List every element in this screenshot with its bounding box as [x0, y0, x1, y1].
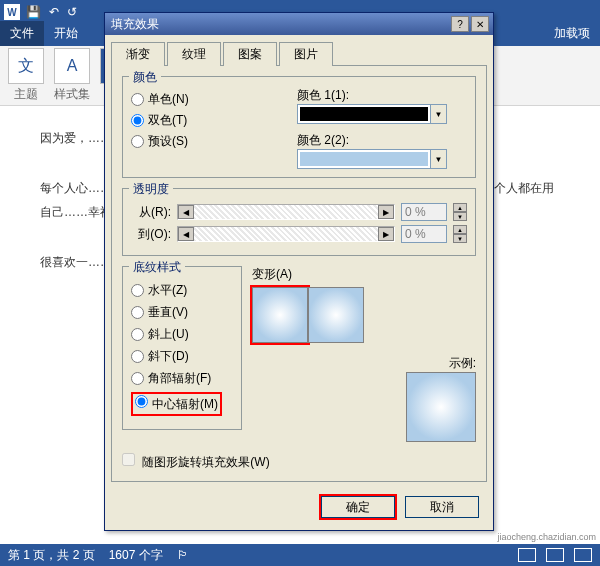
- rotate-checkbox: [122, 453, 135, 466]
- tab-gradient[interactable]: 渐变: [111, 42, 165, 66]
- colors-legend: 颜色: [129, 69, 161, 86]
- dialog-titlebar[interactable]: 填充效果 ? ✕: [105, 13, 493, 35]
- color2-combo[interactable]: ▼: [297, 149, 447, 169]
- transparency-fieldset: 透明度 从(R): ◀▶ 0 % ▲▼ 到(O): ◀▶ 0 % ▲▼: [122, 188, 476, 256]
- status-lang-icon[interactable]: 🏳: [177, 548, 189, 562]
- to-slider[interactable]: ◀▶: [177, 226, 395, 242]
- radio-preset[interactable]: [131, 135, 144, 148]
- dialog-body: 颜色 单色(N) 双色(T) 预设(S) 颜色 1(1): ▼ 颜色 2(2):: [111, 65, 487, 482]
- radio-vertical[interactable]: [131, 306, 144, 319]
- dialog-title: 填充效果: [109, 16, 449, 33]
- tab-addins[interactable]: 加载项: [544, 21, 600, 46]
- to-spinner[interactable]: ▲▼: [453, 225, 467, 243]
- variant-2[interactable]: [308, 287, 364, 343]
- radio-corner[interactable]: [131, 372, 144, 385]
- redo-icon[interactable]: ↺: [67, 5, 77, 19]
- cancel-button[interactable]: 取消: [405, 496, 479, 518]
- variant-1[interactable]: [252, 287, 308, 343]
- undo-icon[interactable]: ↶: [49, 5, 59, 19]
- radio-one-color[interactable]: [131, 93, 144, 106]
- view-read-icon[interactable]: [518, 548, 536, 562]
- theme-icon: 文: [8, 48, 44, 84]
- close-button[interactable]: ✕: [471, 16, 489, 32]
- ribbon-group-theme[interactable]: 文 主题: [8, 48, 44, 103]
- arrow-down-icon: ▼: [453, 234, 467, 243]
- from-label: 从(R):: [131, 204, 171, 221]
- color2-label: 颜色 2(2):: [297, 133, 349, 147]
- tab-file[interactable]: 文件: [0, 21, 44, 46]
- sample-preview: [406, 372, 476, 442]
- styleset-icon: A: [54, 48, 90, 84]
- arrow-up-icon: ▲: [453, 203, 467, 212]
- ok-button[interactable]: 确定: [321, 496, 395, 518]
- arrow-right-icon: ▶: [378, 227, 394, 241]
- radio-center[interactable]: [135, 395, 148, 408]
- chevron-down-icon: ▼: [430, 150, 446, 168]
- color1-label: 颜色 1(1):: [297, 88, 349, 102]
- status-page[interactable]: 第 1 页，共 2 页: [8, 547, 95, 564]
- colors-fieldset: 颜色 单色(N) 双色(T) 预设(S) 颜色 1(1): ▼ 颜色 2(2):: [122, 76, 476, 178]
- chevron-down-icon: ▼: [430, 105, 446, 123]
- arrow-down-icon: ▼: [453, 212, 467, 221]
- ribbon-group-styleset[interactable]: A 样式集: [54, 48, 90, 103]
- status-words[interactable]: 1607 个字: [109, 547, 163, 564]
- color2-swatch: [300, 152, 428, 166]
- tab-picture[interactable]: 图片: [279, 42, 333, 66]
- tab-texture[interactable]: 纹理: [167, 42, 221, 66]
- dialog-tabs: 渐变 纹理 图案 图片: [105, 35, 493, 65]
- radio-horizontal[interactable]: [131, 284, 144, 297]
- shading-fieldset: 底纹样式 水平(Z) 垂直(V) 斜上(U) 斜下(D) 角部辐射(F) 中心辐…: [122, 266, 242, 430]
- color1-swatch: [300, 107, 428, 121]
- tab-home[interactable]: 开始: [44, 21, 88, 46]
- transparency-legend: 透明度: [129, 181, 173, 198]
- from-spinner[interactable]: ▲▼: [453, 203, 467, 221]
- arrow-left-icon: ◀: [178, 227, 194, 241]
- variants-label: 变形(A): [252, 267, 292, 281]
- status-bar: 第 1 页，共 2 页 1607 个字 🏳: [0, 544, 600, 566]
- save-icon[interactable]: 💾: [26, 5, 41, 19]
- radio-diag-up[interactable]: [131, 328, 144, 341]
- watermark: jiaocheng.chazidian.com: [497, 532, 596, 542]
- view-print-icon[interactable]: [546, 548, 564, 562]
- to-value[interactable]: 0 %: [401, 225, 447, 243]
- dialog-buttons: 确定 取消: [105, 488, 493, 530]
- radio-diag-down[interactable]: [131, 350, 144, 363]
- radio-two-color[interactable]: [131, 114, 144, 127]
- from-slider[interactable]: ◀▶: [177, 204, 395, 220]
- color1-combo[interactable]: ▼: [297, 104, 447, 124]
- arrow-up-icon: ▲: [453, 225, 467, 234]
- fill-effects-dialog: 填充效果 ? ✕ 渐变 纹理 图案 图片 颜色 单色(N) 双色(T) 预设(S…: [104, 12, 494, 531]
- arrow-left-icon: ◀: [178, 205, 194, 219]
- word-app-icon: W: [4, 4, 20, 20]
- rotate-label: 随图形旋转填充效果(W): [142, 455, 269, 469]
- arrow-right-icon: ▶: [378, 205, 394, 219]
- shading-legend: 底纹样式: [129, 259, 185, 276]
- tab-pattern[interactable]: 图案: [223, 42, 277, 66]
- from-value[interactable]: 0 %: [401, 203, 447, 221]
- sample-label: 示例:: [449, 356, 476, 370]
- to-label: 到(O):: [131, 226, 171, 243]
- help-button[interactable]: ?: [451, 16, 469, 32]
- view-web-icon[interactable]: [574, 548, 592, 562]
